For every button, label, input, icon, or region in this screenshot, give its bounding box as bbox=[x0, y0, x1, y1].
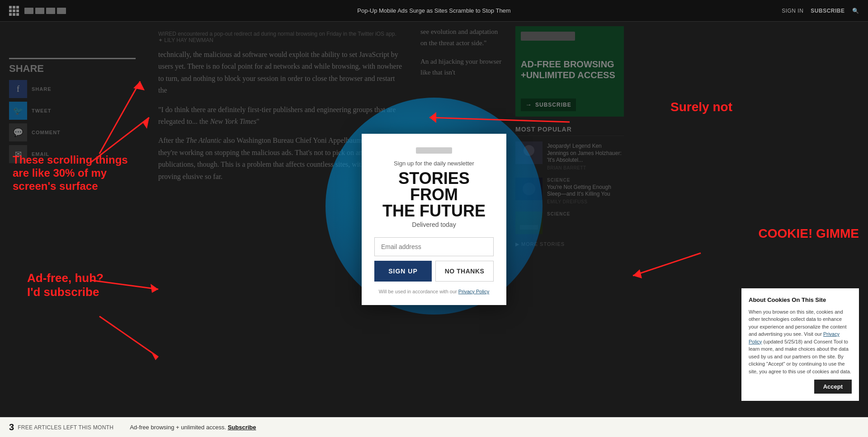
subscribe-nav-button[interactable]: SUBSCRIBE bbox=[811, 8, 844, 14]
svg-rect-5 bbox=[520, 225, 538, 230]
nav-right: SIGN IN SUBSCRIBE 🔍 bbox=[782, 8, 859, 14]
comment-button[interactable]: 💬 COMMENT bbox=[9, 123, 136, 141]
facebook-share-button[interactable]: f SHARE bbox=[9, 80, 136, 98]
share-twitter-label: TWEET bbox=[32, 108, 52, 113]
ad-box: AD-FREE BROWSING+UNLIMITED ACCESS → SUBS… bbox=[515, 26, 624, 117]
popular-thumb-1 bbox=[515, 141, 542, 164]
ad-box-logo bbox=[521, 32, 575, 41]
top-navigation: Pop-Up Mobile Ads Surge as Sites Scrambl… bbox=[0, 0, 868, 22]
svg-point-1 bbox=[524, 145, 534, 156]
share-email-label: EMAIL bbox=[32, 151, 49, 157]
cookie-text: When you browse on this site, cookies an… bbox=[749, 308, 852, 376]
modal-privacy-label: Will be used in accordance with our bbox=[379, 289, 457, 294]
logo-block-1 bbox=[24, 8, 33, 14]
popular-category-2: SCIENCE bbox=[547, 178, 624, 183]
bottom-bar: 3 FREE ARTICLES LEFT THIS MONTH Ad-free … bbox=[0, 417, 868, 437]
no-thanks-button[interactable]: NO THANKS bbox=[435, 261, 494, 282]
comment-icon: 💬 bbox=[9, 123, 27, 141]
modal-wrapper: Sign up for the daily newsletter STORIES… bbox=[362, 134, 506, 305]
most-popular-heading: MOST POPULAR bbox=[515, 126, 624, 136]
modal-title-line1: STORIES FROM bbox=[398, 169, 469, 204]
privacy-policy-link[interactable]: Privacy Policy bbox=[458, 289, 489, 294]
email-share-button[interactable]: ✉ EMAIL bbox=[9, 145, 136, 163]
email-icon: ✉ bbox=[9, 145, 27, 163]
popular-info-1: Jeopardy! Legend Ken Jennings on James H… bbox=[547, 141, 624, 170]
popular-title-1: Jeopardy! Legend Ken Jennings on James H… bbox=[547, 143, 624, 164]
grid-menu-icon[interactable] bbox=[9, 6, 19, 16]
modal-title-line2: THE FUTURE bbox=[382, 202, 486, 220]
bottom-promo-text: Ad-free browsing + unlimited access. bbox=[130, 424, 226, 431]
article-paragraph-1: technically, the malicious ad software w… bbox=[158, 49, 402, 97]
search-icon[interactable]: 🔍 bbox=[852, 8, 859, 14]
cookie-notice: About Cookies On This Site When you brow… bbox=[741, 288, 859, 401]
share-widget: SHARE f SHARE 🐦 TWEET 💬 COMMENT ✉ EMAIL bbox=[9, 58, 136, 163]
articles-left-counter: 3 FREE ARTICLES LEFT THIS MONTH bbox=[9, 422, 113, 432]
popular-info-2: SCIENCE You're Not Getting Enough Sleep—… bbox=[547, 178, 624, 204]
cookie-title: About Cookies On This Site bbox=[749, 296, 852, 305]
articles-left-label: FREE ARTICLES LEFT THIS MONTH bbox=[18, 424, 113, 431]
twitter-icon: 🐦 bbox=[9, 102, 27, 120]
popular-item-3[interactable]: SCIENCE bbox=[515, 211, 624, 234]
twitter-share-button[interactable]: 🐦 TWEET bbox=[9, 102, 136, 120]
article-paragraph-2: "I do think there are definitely first-t… bbox=[158, 104, 402, 128]
article-right-text-2: An ad hijacking your browser like that i… bbox=[420, 56, 502, 79]
articles-count: 3 bbox=[9, 422, 14, 432]
right-sidebar: AD-FREE BROWSING+UNLIMITED ACCESS → SUBS… bbox=[506, 22, 633, 418]
bottom-bar-promo: Ad-free browsing + unlimited access. Sub… bbox=[130, 424, 256, 431]
modal-privacy-text: Will be used in accordance with our Priv… bbox=[374, 289, 494, 294]
popular-item-1[interactable]: Jeopardy! Legend Ken Jennings on James H… bbox=[515, 141, 624, 170]
facebook-icon: f bbox=[9, 80, 27, 98]
popular-thumb-2 bbox=[515, 178, 542, 200]
sign-in-button[interactable]: SIGN IN bbox=[782, 8, 803, 14]
modal-newsletter-title: STORIES FROM THE FUTURE bbox=[374, 170, 494, 219]
share-comment-label: COMMENT bbox=[32, 130, 61, 135]
popular-author-1: BRIAN BARRETT bbox=[547, 165, 624, 170]
email-input[interactable] bbox=[374, 237, 494, 256]
arrow-right-icon: → bbox=[525, 101, 532, 108]
more-stories-link[interactable]: ▶ MORE STORIES bbox=[515, 241, 624, 247]
image-caption: WIRED encountered a pop-out redirect ad … bbox=[158, 31, 402, 43]
popular-info-3: SCIENCE bbox=[547, 211, 570, 218]
logo-block-2 bbox=[35, 8, 44, 14]
share-facebook-label: SHARE bbox=[32, 86, 52, 92]
popular-title-2: You're Not Getting Enough Sleep—and It's… bbox=[547, 184, 624, 198]
logo-block-4 bbox=[57, 8, 66, 14]
popular-category-3: SCIENCE bbox=[547, 211, 570, 216]
site-logo bbox=[24, 8, 66, 14]
left-column: SHARE f SHARE 🐦 TWEET 💬 COMMENT ✉ EMAIL bbox=[0, 22, 145, 418]
article-title: Pop-Up Mobile Ads Surge as Sites Scrambl… bbox=[357, 7, 510, 14]
ad-subscribe-label: SUBSCRIBE bbox=[535, 102, 571, 108]
logo-block-3 bbox=[46, 8, 55, 14]
article-right-text-1: see evolution and adaptation on the thre… bbox=[420, 26, 502, 49]
svg-point-3 bbox=[523, 183, 535, 195]
ad-box-title: AD-FREE BROWSING+UNLIMITED ACCESS bbox=[521, 59, 618, 80]
modal-wired-logo-blurred bbox=[416, 147, 452, 154]
svg-rect-4 bbox=[515, 211, 542, 234]
ad-subscribe-button[interactable]: → SUBSCRIBE bbox=[521, 99, 576, 111]
signup-button[interactable]: SIGN UP bbox=[374, 261, 432, 282]
privacy-policy-cookie-link[interactable]: Privacy Policy bbox=[749, 331, 840, 344]
modal-action-buttons: SIGN UP NO THANKS bbox=[374, 261, 494, 282]
popular-item-2[interactable]: SCIENCE You're Not Getting Enough Sleep—… bbox=[515, 178, 624, 204]
popular-author-2: EMILY DREIFUSS bbox=[547, 199, 624, 204]
modal-delivered-text: Delivered today bbox=[374, 221, 494, 228]
nav-left bbox=[9, 6, 66, 16]
share-title: SHARE bbox=[9, 58, 136, 75]
bottom-subscribe-link[interactable]: Subscribe bbox=[228, 424, 256, 431]
accept-cookies-button[interactable]: Accept bbox=[814, 380, 852, 394]
popular-thumb-3 bbox=[515, 211, 542, 234]
newsletter-modal: Sign up for the daily newsletter STORIES… bbox=[362, 134, 506, 305]
modal-tagline: Sign up for the daily newsletter bbox=[374, 160, 494, 167]
